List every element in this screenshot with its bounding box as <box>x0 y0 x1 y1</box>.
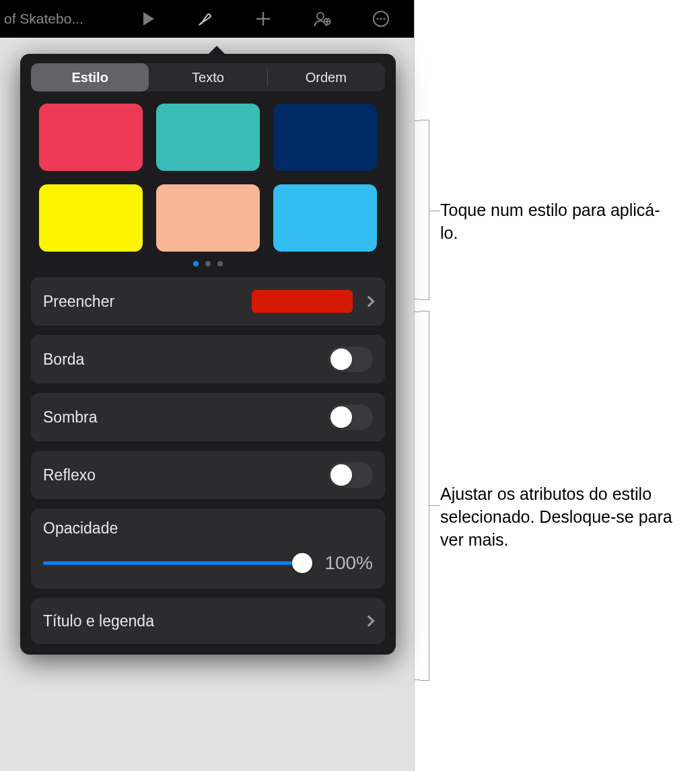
style-swatch[interactable] <box>39 184 143 252</box>
shadow-toggle[interactable] <box>328 404 373 430</box>
style-swatch[interactable] <box>273 184 377 252</box>
device-frame: of Skatebo... Estilo Texto Ordem <box>0 0 415 771</box>
svg-point-5 <box>383 17 385 20</box>
tab-order[interactable]: Ordem <box>267 63 385 91</box>
callout-bracket <box>420 311 429 681</box>
style-swatch[interactable] <box>273 104 377 171</box>
page-dot <box>205 261 211 266</box>
document-title: of Skatebo... <box>4 11 122 27</box>
fill-color-swatch <box>252 290 353 313</box>
reflection-row[interactable]: Reflexo <box>31 451 385 499</box>
page-dots[interactable] <box>20 252 396 277</box>
chevron-right-icon <box>363 296 375 307</box>
page-dot <box>217 261 223 266</box>
tab-style[interactable]: Estilo <box>31 63 149 91</box>
toolbar: of Skatebo... <box>0 0 414 38</box>
opacity-row: Opacidade 100% <box>31 509 385 589</box>
svg-point-3 <box>376 17 378 20</box>
style-swatch[interactable] <box>156 184 260 252</box>
opacity-label: Opacidade <box>43 519 373 538</box>
plus-icon[interactable] <box>235 0 292 38</box>
callout-text: Ajustar os atributos do estilo seleciona… <box>440 483 689 551</box>
format-popover: Estilo Texto Ordem Preencher Borda <box>20 54 396 655</box>
callout-bracket <box>420 120 429 300</box>
style-swatches <box>20 104 396 252</box>
border-toggle[interactable] <box>328 346 373 372</box>
slider-thumb[interactable] <box>292 553 312 573</box>
reflection-toggle[interactable] <box>328 462 373 488</box>
border-label: Borda <box>43 351 328 369</box>
fill-row[interactable]: Preencher <box>31 277 385 326</box>
brush-icon[interactable] <box>176 0 235 38</box>
opacity-value: 100% <box>324 552 373 574</box>
chevron-right-icon <box>363 616 375 627</box>
title-caption-row[interactable]: Título e legenda <box>31 598 385 644</box>
border-row[interactable]: Borda <box>31 335 385 383</box>
opacity-slider[interactable] <box>43 555 311 571</box>
callout-text: Toque num estilo para aplicá-lo. <box>440 199 676 245</box>
style-swatch[interactable] <box>156 104 260 171</box>
page-dot <box>193 261 199 266</box>
title-caption-label: Título e legenda <box>43 612 353 630</box>
shadow-label: Sombra <box>43 408 328 427</box>
play-icon[interactable] <box>122 0 176 38</box>
svg-point-0 <box>317 13 324 20</box>
tab-bar: Estilo Texto Ordem <box>31 63 385 91</box>
reflection-label: Reflexo <box>43 466 328 484</box>
style-swatch[interactable] <box>39 104 143 171</box>
more-icon[interactable] <box>351 0 410 38</box>
svg-point-4 <box>380 17 382 20</box>
shadow-row[interactable]: Sombra <box>31 393 385 441</box>
collaborate-icon[interactable] <box>291 0 351 38</box>
tab-text[interactable]: Texto <box>149 63 267 91</box>
fill-label: Preencher <box>43 293 252 311</box>
